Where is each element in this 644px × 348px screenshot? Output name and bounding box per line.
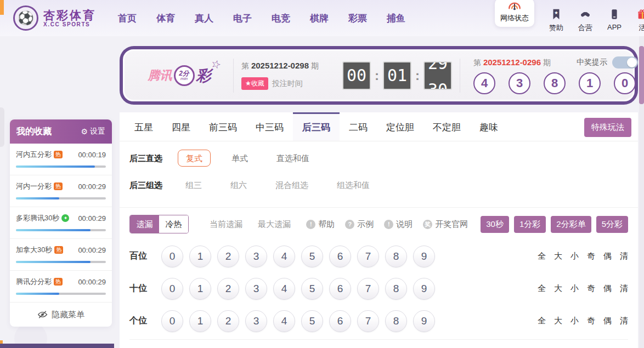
network-status-button[interactable]: 网络状态 [495,0,534,27]
row-action-5[interactable]: 清 [620,316,628,326]
row-action-0[interactable]: 全 [538,316,546,326]
row-action-1[interactable]: 大 [554,251,562,261]
number-ball-6[interactable]: 6 [329,246,351,267]
omission-link-0[interactable]: 当前遗漏 [210,219,242,230]
scrollbar-thumb[interactable] [639,46,644,104]
row-action-0[interactable]: 全 [538,283,546,294]
info-link-2[interactable]: ! 说明 [384,219,413,230]
row-action-4[interactable]: 偶 [603,251,612,261]
number-ball-1[interactable]: 1 [189,310,211,332]
number-ball-4[interactable]: 4 [273,246,295,267]
number-ball-6[interactable]: 6 [329,278,351,300]
site-logo[interactable]: ⚽ 杏彩体育 X.CC SPORTS [13,5,96,31]
number-ball-7[interactable]: 7 [357,246,379,267]
row-action-2[interactable]: 小 [570,316,579,326]
row-action-3[interactable]: 奇 [587,251,595,261]
interval-button-2[interactable]: 2分彩单 [551,216,591,233]
hide-menu-button[interactable]: 隐藏菜单 [10,303,112,327]
number-ball-1[interactable]: 1 [189,278,211,300]
info-link-3[interactable]: 奖 开奖官网 [423,219,468,230]
row-action-0[interactable]: 全 [538,251,546,261]
number-ball-7[interactable]: 7 [357,278,379,300]
play-option[interactable]: 组选和值 [329,177,377,193]
info-link-1[interactable]: ? 示例 [345,219,374,230]
number-ball-4[interactable]: 4 [273,278,295,300]
number-ball-9[interactable]: 9 [413,246,435,267]
special-plays-button[interactable]: 特殊玩法 [584,118,631,137]
play-option[interactable]: 直选和值 [269,150,317,166]
row-action-2[interactable]: 小 [570,283,579,294]
row-action-4[interactable]: 偶 [603,316,612,326]
tab-8[interactable]: 趣味 [470,112,507,141]
tab-7[interactable]: 不定胆 [423,112,470,141]
favorite-item[interactable]: 河内五分彩 热 00:00:19 [10,144,112,175]
play-option[interactable]: 单式 [224,150,256,166]
row-action-5[interactable]: 清 [620,251,628,261]
number-ball-2[interactable]: 2 [217,246,239,267]
tab-6[interactable]: 定位胆 [377,112,423,141]
favorite-item[interactable]: 加拿大30秒 热 00:00:29 [10,239,112,271]
quick-link-promo[interactable]: 活 [636,8,644,33]
play-option[interactable]: 组六 [223,177,255,193]
number-ball-8[interactable]: 8 [385,278,407,300]
number-ball-7[interactable]: 7 [357,310,379,332]
toggle-0[interactable]: 遗漏 [130,215,159,233]
row-action-1[interactable]: 大 [554,316,562,326]
nav-item-2[interactable]: 真人 [195,12,213,25]
row-action-5[interactable]: 清 [620,283,628,294]
page-scrollbar[interactable] [639,36,644,348]
number-ball-2[interactable]: 2 [217,310,239,332]
favorite-item[interactable]: 腾讯分分彩 热 00:00:29 [10,271,112,303]
quick-link-app[interactable]: APP [607,8,622,31]
play-option[interactable]: 混合组选 [268,177,316,193]
favorite-item[interactable]: 多彩腾讯30秒 ✦ 00:00:29 [10,207,112,239]
number-ball-3[interactable]: 3 [245,246,267,267]
play-option[interactable]: 组三 [178,177,210,193]
row-action-3[interactable]: 奇 [587,283,595,294]
tab-2[interactable]: 前三码 [200,112,246,141]
nav-item-6[interactable]: 彩票 [348,12,367,25]
row-action-3[interactable]: 奇 [587,316,595,326]
number-ball-5[interactable]: 5 [301,246,323,267]
favorite-item[interactable]: 河内一分彩 热 00:00:29 [10,175,112,207]
nav-item-7[interactable]: 捕鱼 [387,12,405,25]
row-action-4[interactable]: 偶 [603,283,612,294]
number-ball-0[interactable]: 0 [161,278,183,300]
number-ball-5[interactable]: 5 [301,310,323,332]
number-ball-6[interactable]: 6 [329,310,351,332]
omission-link-1[interactable]: 最大遗漏 [258,219,291,230]
tab-4[interactable]: 后三码 [293,112,340,141]
nav-item-0[interactable]: 首页 [118,12,137,25]
tab-1[interactable]: 四星 [162,112,200,141]
quick-link-sponsor[interactable]: ★ 赞助 [549,8,563,33]
number-ball-2[interactable]: 2 [217,278,239,300]
tab-3[interactable]: 中三码 [246,112,293,141]
number-ball-3[interactable]: 3 [245,310,267,332]
quick-link-partner[interactable]: 合营 [578,8,592,33]
nav-item-5[interactable]: 棋牌 [310,12,329,25]
number-ball-3[interactable]: 3 [245,278,267,300]
number-ball-8[interactable]: 8 [385,246,407,267]
toggle-1[interactable]: 冷热 [159,215,188,233]
info-link-0[interactable]: ! 帮助 [306,219,335,230]
number-ball-9[interactable]: 9 [413,310,435,332]
number-ball-5[interactable]: 5 [301,278,323,300]
interval-button-0[interactable]: 30秒 [481,216,509,233]
interval-button-1[interactable]: 1分彩 [514,216,546,233]
number-ball-1[interactable]: 1 [189,246,211,267]
play-option[interactable]: 复式 [178,150,211,167]
number-ball-8[interactable]: 8 [385,310,407,332]
interval-button-3[interactable]: 5分彩 [596,216,628,233]
number-ball-9[interactable]: 9 [413,278,435,300]
number-ball-0[interactable]: 0 [161,310,183,332]
nav-item-3[interactable]: 电子 [233,12,252,25]
tab-0[interactable]: 五星 [125,112,162,141]
tab-5[interactable]: 二码 [340,112,377,141]
settings-button[interactable]: ⚙ 设置 [81,127,105,136]
row-action-2[interactable]: 小 [570,251,579,261]
row-action-1[interactable]: 大 [554,283,562,294]
nav-item-4[interactable]: 电竞 [272,12,290,25]
nav-item-1[interactable]: 体育 [156,12,175,25]
number-ball-4[interactable]: 4 [273,310,295,332]
win-tip-toggle[interactable] [612,56,638,69]
